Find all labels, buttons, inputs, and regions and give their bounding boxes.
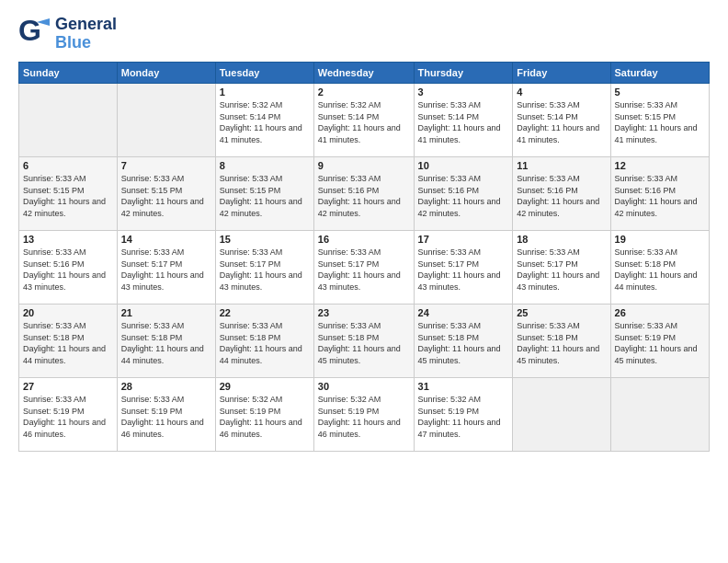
calendar-week-row: 20Sunrise: 5:33 AM Sunset: 5:18 PM Dayli… — [19, 304, 710, 378]
day-number: 5 — [615, 86, 705, 98]
day-info: Sunrise: 5:33 AM Sunset: 5:14 PM Dayligh… — [418, 99, 509, 145]
calendar-week-row: 1Sunrise: 5:32 AM Sunset: 5:14 PM Daylig… — [19, 84, 710, 157]
day-info: Sunrise: 5:33 AM Sunset: 5:18 PM Dayligh… — [615, 247, 705, 293]
day-number: 22 — [220, 307, 310, 318]
day-number: 21 — [121, 307, 211, 318]
calendar-header-saturday: Saturday — [610, 63, 709, 84]
day-info: Sunrise: 5:33 AM Sunset: 5:15 PM Dayligh… — [220, 173, 310, 219]
day-info: Sunrise: 5:33 AM Sunset: 5:18 PM Dayligh… — [318, 320, 410, 366]
day-info: Sunrise: 5:33 AM Sunset: 5:18 PM Dayligh… — [418, 320, 509, 366]
day-info: Sunrise: 5:33 AM Sunset: 5:15 PM Dayligh… — [615, 99, 705, 145]
calendar-header-tuesday: Tuesday — [215, 63, 313, 84]
calendar-day-8: 8Sunrise: 5:33 AM Sunset: 5:15 PM Daylig… — [215, 157, 313, 231]
calendar-day-10: 10Sunrise: 5:33 AM Sunset: 5:16 PM Dayli… — [414, 157, 513, 231]
calendar-day-18: 18Sunrise: 5:33 AM Sunset: 5:17 PM Dayli… — [513, 231, 610, 304]
day-number: 17 — [418, 234, 509, 245]
calendar-empty — [513, 378, 610, 452]
day-info: Sunrise: 5:33 AM Sunset: 5:17 PM Dayligh… — [220, 247, 310, 293]
calendar-day-23: 23Sunrise: 5:33 AM Sunset: 5:18 PM Dayli… — [313, 304, 414, 378]
day-info: Sunrise: 5:33 AM Sunset: 5:18 PM Dayligh… — [220, 320, 310, 366]
day-number: 25 — [517, 307, 606, 318]
day-info: Sunrise: 5:33 AM Sunset: 5:16 PM Dayligh… — [23, 247, 113, 293]
day-number: 11 — [517, 160, 606, 171]
calendar-day-1: 1Sunrise: 5:32 AM Sunset: 5:14 PM Daylig… — [215, 84, 313, 157]
day-info: Sunrise: 5:33 AM Sunset: 5:19 PM Dayligh… — [615, 320, 705, 366]
calendar-day-19: 19Sunrise: 5:33 AM Sunset: 5:18 PM Dayli… — [610, 231, 709, 304]
logo: G General Blue — [18, 15, 117, 52]
calendar-day-31: 31Sunrise: 5:32 AM Sunset: 5:19 PM Dayli… — [414, 378, 513, 452]
calendar-day-20: 20Sunrise: 5:33 AM Sunset: 5:18 PM Dayli… — [19, 304, 118, 378]
calendar-day-14: 14Sunrise: 5:33 AM Sunset: 5:17 PM Dayli… — [117, 231, 215, 304]
day-number: 3 — [418, 86, 509, 98]
calendar-week-row: 6Sunrise: 5:33 AM Sunset: 5:15 PM Daylig… — [19, 157, 710, 231]
day-number: 19 — [615, 234, 705, 245]
calendar-day-7: 7Sunrise: 5:33 AM Sunset: 5:15 PM Daylig… — [117, 157, 215, 231]
day-info: Sunrise: 5:33 AM Sunset: 5:18 PM Dayligh… — [121, 320, 211, 366]
day-info: Sunrise: 5:33 AM Sunset: 5:15 PM Dayligh… — [121, 173, 211, 219]
day-number: 28 — [121, 381, 211, 392]
day-number: 10 — [418, 160, 509, 171]
day-info: Sunrise: 5:33 AM Sunset: 5:18 PM Dayligh… — [23, 320, 113, 366]
day-info: Sunrise: 5:33 AM Sunset: 5:17 PM Dayligh… — [517, 247, 606, 293]
calendar-header-sunday: Sunday — [19, 63, 118, 84]
day-info: Sunrise: 5:32 AM Sunset: 5:19 PM Dayligh… — [318, 394, 410, 440]
calendar-day-6: 6Sunrise: 5:33 AM Sunset: 5:15 PM Daylig… — [19, 157, 118, 231]
day-number: 12 — [615, 160, 705, 171]
day-info: Sunrise: 5:33 AM Sunset: 5:17 PM Dayligh… — [121, 247, 211, 293]
calendar-header-row: SundayMondayTuesdayWednesdayThursdayFrid… — [19, 63, 710, 84]
calendar-day-26: 26Sunrise: 5:33 AM Sunset: 5:19 PM Dayli… — [610, 304, 709, 378]
svg-text:G: G — [18, 15, 41, 47]
calendar-day-11: 11Sunrise: 5:33 AM Sunset: 5:16 PM Dayli… — [513, 157, 610, 231]
calendar-day-25: 25Sunrise: 5:33 AM Sunset: 5:18 PM Dayli… — [513, 304, 610, 378]
calendar-day-21: 21Sunrise: 5:33 AM Sunset: 5:18 PM Dayli… — [117, 304, 215, 378]
calendar-day-3: 3Sunrise: 5:33 AM Sunset: 5:14 PM Daylig… — [414, 84, 513, 157]
day-number: 27 — [23, 381, 113, 392]
day-info: Sunrise: 5:32 AM Sunset: 5:14 PM Dayligh… — [318, 99, 410, 145]
calendar-header-wednesday: Wednesday — [313, 63, 414, 84]
day-number: 2 — [318, 86, 410, 98]
day-number: 8 — [220, 160, 310, 171]
calendar-day-24: 24Sunrise: 5:33 AM Sunset: 5:18 PM Dayli… — [414, 304, 513, 378]
day-info: Sunrise: 5:33 AM Sunset: 5:16 PM Dayligh… — [418, 173, 509, 219]
day-info: Sunrise: 5:32 AM Sunset: 5:19 PM Dayligh… — [418, 394, 509, 440]
header: G General Blue — [18, 15, 710, 52]
logo-text: General — [55, 16, 117, 34]
calendar-week-row: 13Sunrise: 5:33 AM Sunset: 5:16 PM Dayli… — [19, 231, 710, 304]
calendar-header-monday: Monday — [117, 63, 215, 84]
day-info: Sunrise: 5:33 AM Sunset: 5:17 PM Dayligh… — [418, 247, 509, 293]
logo-blue-text: Blue — [55, 34, 117, 52]
calendar-day-2: 2Sunrise: 5:32 AM Sunset: 5:14 PM Daylig… — [313, 84, 414, 157]
logo-icon: G — [18, 15, 51, 52]
day-info: Sunrise: 5:33 AM Sunset: 5:16 PM Dayligh… — [517, 173, 606, 219]
day-number: 6 — [23, 160, 113, 171]
day-number: 14 — [121, 234, 211, 245]
day-info: Sunrise: 5:33 AM Sunset: 5:14 PM Dayligh… — [517, 99, 606, 145]
calendar-day-17: 17Sunrise: 5:33 AM Sunset: 5:17 PM Dayli… — [414, 231, 513, 304]
page: G General Blue SundayMondayTuesdayWednes… — [0, 0, 728, 563]
calendar-day-22: 22Sunrise: 5:33 AM Sunset: 5:18 PM Dayli… — [215, 304, 313, 378]
day-number: 9 — [318, 160, 410, 171]
day-number: 31 — [418, 381, 509, 392]
calendar-header-friday: Friday — [513, 63, 610, 84]
day-number: 15 — [220, 234, 310, 245]
day-number: 24 — [418, 307, 509, 318]
day-info: Sunrise: 5:33 AM Sunset: 5:18 PM Dayligh… — [517, 320, 606, 366]
calendar-day-5: 5Sunrise: 5:33 AM Sunset: 5:15 PM Daylig… — [610, 84, 709, 157]
calendar-day-15: 15Sunrise: 5:33 AM Sunset: 5:17 PM Dayli… — [215, 231, 313, 304]
day-number: 16 — [318, 234, 410, 245]
day-number: 20 — [23, 307, 113, 318]
calendar-day-13: 13Sunrise: 5:33 AM Sunset: 5:16 PM Dayli… — [19, 231, 118, 304]
day-number: 4 — [517, 86, 606, 98]
calendar-day-30: 30Sunrise: 5:32 AM Sunset: 5:19 PM Dayli… — [313, 378, 414, 452]
calendar-week-row: 27Sunrise: 5:33 AM Sunset: 5:19 PM Dayli… — [19, 378, 710, 452]
day-info: Sunrise: 5:33 AM Sunset: 5:17 PM Dayligh… — [318, 247, 410, 293]
calendar: SundayMondayTuesdayWednesdayThursdayFrid… — [18, 62, 710, 452]
day-info: Sunrise: 5:33 AM Sunset: 5:19 PM Dayligh… — [23, 394, 113, 440]
calendar-day-28: 28Sunrise: 5:33 AM Sunset: 5:19 PM Dayli… — [117, 378, 215, 452]
calendar-day-16: 16Sunrise: 5:33 AM Sunset: 5:17 PM Dayli… — [313, 231, 414, 304]
day-info: Sunrise: 5:32 AM Sunset: 5:14 PM Dayligh… — [220, 99, 310, 145]
day-number: 23 — [318, 307, 410, 318]
day-number: 7 — [121, 160, 211, 171]
day-info: Sunrise: 5:33 AM Sunset: 5:19 PM Dayligh… — [121, 394, 211, 440]
day-info: Sunrise: 5:33 AM Sunset: 5:16 PM Dayligh… — [615, 173, 705, 219]
